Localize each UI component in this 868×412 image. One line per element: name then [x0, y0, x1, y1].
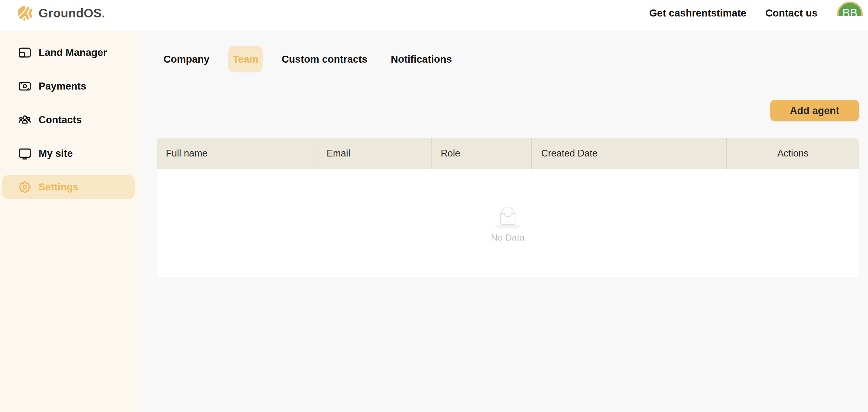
settings-tabs: Company Team Custom contracts Notificati…: [159, 46, 868, 72]
nav-get-cashrentstimate[interactable]: Get cashrentstimate: [649, 7, 746, 19]
top-navigation: Get cashrentstimate Contact us: [649, 7, 817, 19]
main-content: Company Team Custom contracts Notificati…: [141, 31, 868, 412]
sidebar: Land Manager Payments Contacts My site: [0, 31, 141, 412]
sidebar-item-payments[interactable]: Payments: [2, 74, 135, 98]
column-header-actions: Actions: [727, 138, 859, 169]
column-header-role: Role: [432, 138, 532, 169]
column-header-created-date: Created Date: [532, 138, 727, 169]
team-table: Full name Email Role Created Date Action…: [157, 138, 859, 278]
actions-row: Add agent: [157, 100, 859, 121]
sidebar-item-land-manager[interactable]: Land Manager: [2, 41, 135, 65]
groundos-logo-icon: [17, 5, 32, 22]
column-header-email: Email: [317, 138, 432, 169]
column-header-full-name: Full name: [157, 138, 317, 169]
tab-notifications[interactable]: Notifications: [386, 46, 456, 72]
sidebar-item-label: Contacts: [38, 114, 82, 126]
tab-custom-contracts[interactable]: Custom contracts: [277, 46, 372, 72]
sidebar-item-label: Land Manager: [38, 47, 107, 58]
sidebar-item-label: Settings: [38, 181, 79, 193]
table-header-row: Full name Email Role Created Date Action…: [157, 138, 859, 169]
my-site-icon: [18, 146, 32, 161]
tab-team[interactable]: Team: [228, 46, 262, 72]
nav-contact-us[interactable]: Contact us: [765, 7, 817, 19]
sidebar-item-settings[interactable]: Settings: [2, 175, 135, 199]
brand[interactable]: GroundOS.: [17, 5, 105, 22]
avatar[interactable]: BB: [837, 2, 863, 16]
no-data-label: No Data: [491, 232, 525, 243]
brand-name: GroundOS.: [38, 6, 105, 20]
sidebar-item-label: My site: [38, 148, 73, 159]
sidebar-item-label: Payments: [38, 80, 86, 92]
sidebar-item-contacts[interactable]: Contacts: [2, 108, 135, 132]
add-agent-button[interactable]: Add agent: [770, 100, 859, 121]
sidebar-item-my-site[interactable]: My site: [2, 141, 135, 165]
land-manager-icon: [18, 45, 32, 60]
tab-company[interactable]: Company: [159, 46, 214, 72]
avatar-clip: BB: [837, 2, 864, 16]
contacts-icon: [18, 113, 32, 127]
table-empty-state: No Data: [157, 169, 859, 278]
payments-icon: [18, 79, 32, 93]
top-header: GroundOS. Get cashrentstimate Contact us…: [0, 0, 868, 31]
settings-gear-icon: [18, 180, 32, 194]
empty-inbox-icon: [494, 204, 522, 229]
